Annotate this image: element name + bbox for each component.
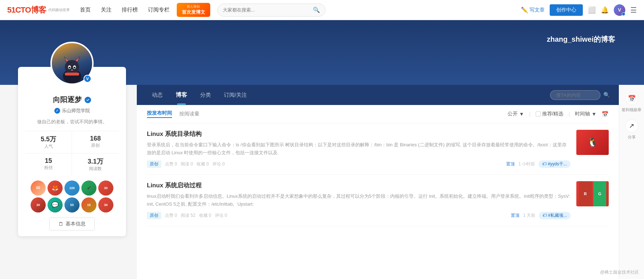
verified-name-badge: [85, 97, 91, 103]
article-time-2: 1 天前: [523, 212, 535, 219]
calendar-icon: 📅: [625, 92, 638, 105]
sidebar: V 向阳逐梦 ✓ 乐山师范学院 做自己的老板，尝试不同的事情。 5.5万 人气: [0, 85, 137, 279]
article-meta-2: 原创 点赞 0 阅读 52 收藏 0 评论 0 置顶 1 天前 🏷 #私藏项..…: [147, 212, 571, 219]
search-button[interactable]: 🔍: [313, 6, 320, 13]
filter-by-time[interactable]: 按发布时间: [147, 110, 172, 118]
badge-7[interactable]: 💬: [48, 197, 63, 212]
article-thumbnail-1: 🐧: [576, 130, 609, 155]
fans-value: 15: [28, 157, 69, 165]
share-action[interactable]: ↗ 分享: [625, 119, 638, 140]
tab-search-button[interactable]: 🔍: [603, 92, 610, 98]
badge-2[interactable]: 🦊: [48, 180, 63, 196]
article-excerpt-2: linux启动时我们会看到许多启动信息。Linux系统的启动过程并不是大家想象中…: [147, 192, 571, 208]
hashtag-1[interactable]: 🏷 #yyds干...: [539, 160, 571, 168]
school-name: 乐山师范学院: [62, 108, 90, 114]
stat-fans: 15 粉丝: [25, 154, 72, 175]
nav-home[interactable]: 首页: [80, 6, 91, 13]
user-avatar[interactable]: V: [614, 4, 625, 16]
right-panel: 📅 签到领勋章 ↗ 分享: [619, 85, 644, 279]
popularity-value: 5.5万: [28, 135, 69, 143]
stats-grid: 5.5万 人气 168 原创 15 粉丝 3.1万 阅读数: [25, 131, 119, 175]
calendar-icon-btn[interactable]: 📅: [602, 111, 609, 118]
sign-in-label: 签到领勋章: [622, 107, 641, 112]
filter-separator-2: |: [569, 111, 570, 117]
badge-4[interactable]: ✓: [81, 180, 96, 196]
article-favorites-2: 收藏 0: [199, 212, 211, 219]
profile-tabs-bar: 动态 博客 分类 订阅/关注 🔍: [137, 85, 619, 105]
promo-main: 首次发博文: [182, 9, 205, 15]
avatar-wrapper: V: [50, 42, 94, 85]
logo-text: 51CTO博客: [7, 5, 46, 15]
reads-value: 3.1万: [75, 157, 116, 166]
tablet-icon[interactable]: ⬜: [588, 6, 596, 14]
article-item-1: Linux 系统目录结构 登录系统后，在当前命令窗口下输入命令：ls /你会看到…: [147, 123, 609, 175]
badge-6[interactable]: 30: [31, 197, 46, 212]
recommend-checkbox[interactable]: 推荐/精选: [536, 111, 564, 117]
content-area: 动态 博客 分类 订阅/关注 🔍 按发布时间 按阅读量 公开: [137, 85, 619, 279]
tab-search-input[interactable]: [550, 90, 600, 100]
nav-actions: ✏️ 写文章 创作中心 ⬜ 🔔 V ☰: [521, 4, 637, 16]
filter-by-reads[interactable]: 按阅读量: [179, 111, 199, 117]
article-main-2: Linux 系统启动过程 linux启动时我们会看到许多启动信息。Linux系统…: [147, 181, 571, 219]
article-likes-2: 点赞 0: [165, 212, 177, 219]
search-input[interactable]: [223, 7, 313, 13]
nav-columns[interactable]: 订阅专栏: [148, 6, 170, 13]
tab-activity[interactable]: 动态: [145, 86, 169, 104]
timeline-btn[interactable]: 时间轴 ▼: [575, 111, 596, 117]
badge-1[interactable]: 60: [31, 180, 46, 196]
share-icon: ↗: [625, 119, 638, 132]
reads-label: 阅读数: [75, 166, 116, 172]
article-title-1[interactable]: Linux 系统目录结构: [147, 130, 571, 138]
pin-btn-1[interactable]: 置顶: [506, 161, 515, 167]
logo[interactable]: 51CTO博客 代码驱动世界: [7, 5, 70, 15]
svg-point-1: [65, 60, 79, 74]
promo-banner[interactable]: 前人领创 首次发博文: [177, 3, 210, 17]
article-main-1: Linux 系统目录结构 登录系统后，在当前命令窗口下输入命令：ls /你会看到…: [147, 130, 571, 168]
promo-top: 前人领创: [187, 4, 200, 9]
user-name: 向阳逐梦: [53, 95, 82, 105]
hamburger-menu[interactable]: ☰: [630, 6, 637, 14]
badges-row: 60 🦊 100 ✓ 30 30 💬 50 15 30: [25, 180, 119, 212]
badge-3[interactable]: 100: [64, 180, 80, 196]
article-title-2[interactable]: Linux 系统启动过程: [147, 181, 571, 189]
article-time-1: 1 小时前: [518, 161, 535, 167]
write-article-button[interactable]: ✏️ 写文章: [521, 6, 545, 13]
original-label: 原创: [75, 142, 116, 148]
article-list: 按发布时间 按阅读量 公开 ▼ | 推荐/精选 | 时间轴: [137, 105, 619, 226]
badge-8[interactable]: 50: [64, 197, 80, 212]
main-layout: V 向阳逐梦 ✓ 乐山师范学院 做自己的老板，尝试不同的事情。 5.5万 人气: [0, 85, 644, 279]
tab-category[interactable]: 分类: [194, 86, 217, 104]
filter-right: 公开 ▼ | 推荐/精选 | 时间轴 ▼ 📅: [508, 111, 609, 118]
hashtag-2[interactable]: 🏷 #私藏项...: [539, 212, 571, 219]
pin-btn-2[interactable]: 置顶: [511, 212, 519, 219]
popularity-label: 人气: [28, 143, 69, 150]
top-nav: 51CTO博客 代码驱动世界 首页 关注 排行榜 订阅专栏 前人领创 首次发博文…: [0, 0, 644, 20]
bell-icon[interactable]: 🔔: [601, 6, 609, 14]
article-excerpt-1: 登录系统后，在当前命令窗口下输入命令：ls /你会看到如下图所示 树状目录结构：…: [147, 141, 571, 157]
svg-point-8: [69, 67, 71, 69]
tab-subscribe[interactable]: 订阅/关注: [217, 86, 253, 104]
article-reads-1: 阅读 0: [181, 161, 193, 167]
stat-popularity: 5.5万 人气: [25, 131, 72, 154]
article-actions-1: 置顶 1 小时前 🏷 #yyds干...: [506, 160, 571, 168]
tab-blog[interactable]: 博客: [169, 86, 194, 105]
badge-10[interactable]: 30: [98, 197, 113, 212]
nav-ranking[interactable]: 排行榜: [122, 6, 138, 13]
logo-sub: 代码驱动世界: [48, 8, 70, 12]
user-bio: 做自己的老板，尝试不同的事情。: [37, 118, 107, 126]
create-center-button[interactable]: 创作中心: [550, 4, 583, 16]
badge-5[interactable]: 30: [98, 180, 113, 196]
bottom-attribution: @稀土掘金技术社区: [600, 269, 639, 275]
sign-in-action[interactable]: 📅 签到领勋章: [622, 92, 641, 112]
blog-title: zhang_shiwei的博客: [547, 35, 615, 44]
nav-links: 首页 关注 排行榜 订阅专栏: [80, 6, 170, 13]
public-dropdown[interactable]: 公开 ▼: [508, 111, 524, 117]
info-icon: 🗒: [58, 221, 63, 227]
article-item-2: Linux 系统启动过程 linux启动时我们会看到许多启动信息。Linux系统…: [147, 175, 609, 226]
nav-follow[interactable]: 关注: [101, 6, 112, 13]
profile-info-button[interactable]: 🗒 基本信息: [49, 218, 95, 230]
badge-9[interactable]: 15: [81, 197, 96, 212]
original-value: 168: [75, 135, 116, 142]
share-label: 分享: [628, 134, 636, 140]
article-likes-1: 点赞 0: [165, 161, 177, 167]
